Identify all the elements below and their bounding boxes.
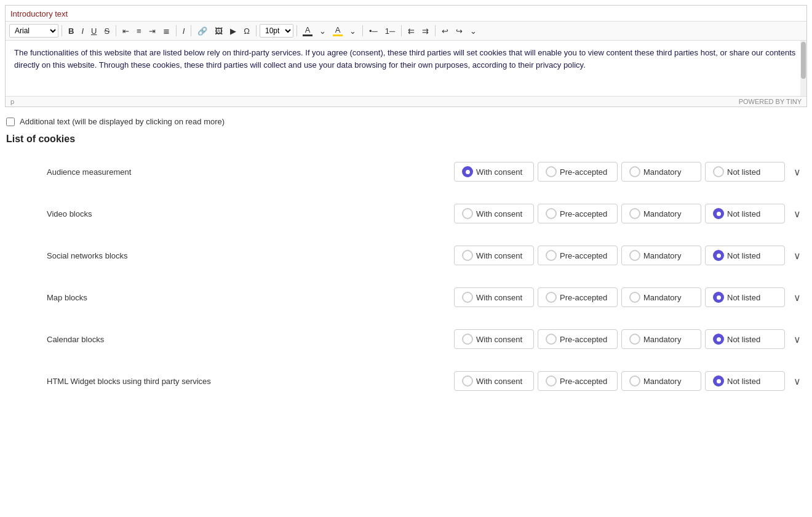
toolbar-sep-2 <box>116 25 116 36</box>
indent-button[interactable]: ⇉ <box>419 25 432 37</box>
radio-circle-calendar-blocks-pre_accepted <box>546 334 557 345</box>
numbered-list-button[interactable]: 1─ <box>382 25 398 37</box>
editor-content[interactable]: The functionalities of this website that… <box>6 41 806 96</box>
align-center-button[interactable]: ≡ <box>133 25 145 37</box>
radio-label-map-blocks-mandatory: Mandatory <box>643 293 681 302</box>
radio-label-calendar-blocks-not_listed: Not listed <box>727 335 760 344</box>
italic-button[interactable]: I <box>78 25 87 37</box>
font-color-button[interactable]: A <box>300 25 315 38</box>
font-family-select[interactable]: Arial <box>9 24 58 38</box>
cookie-option-audience-measurement-pre_accepted[interactable]: Pre-accepted <box>538 162 618 182</box>
cookie-option-calendar-blocks-with_consent[interactable]: With consent <box>454 329 534 349</box>
chevron-highlight-button[interactable]: ⌄ <box>346 25 359 37</box>
link-button[interactable]: 🔗 <box>194 25 210 37</box>
additional-text-checkbox[interactable] <box>6 118 15 126</box>
toolbar-sep-4 <box>191 25 191 36</box>
cookie-option-video-blocks-pre_accepted[interactable]: Pre-accepted <box>538 204 618 223</box>
radio-circle-map-blocks-with_consent <box>462 292 473 303</box>
italic2-button[interactable]: I <box>180 25 188 37</box>
cookie-name-html-widget-blocks: HTML Widget blocks using third party ser… <box>47 377 454 386</box>
radio-label-social-networks-blocks-with_consent: With consent <box>476 251 522 260</box>
expand-button-social-networks-blocks[interactable]: ∨ <box>789 247 806 264</box>
cookie-option-map-blocks-pre_accepted[interactable]: Pre-accepted <box>538 287 618 307</box>
radio-circle-html-widget-blocks-not_listed <box>713 375 724 387</box>
toolbar-sep-8 <box>401 25 402 36</box>
underline-button[interactable]: U <box>88 25 100 37</box>
image-button[interactable]: 🖼 <box>212 25 226 37</box>
highlight-button[interactable]: A <box>330 25 345 38</box>
cookie-option-video-blocks-mandatory[interactable]: Mandatory <box>621 204 701 223</box>
cookie-options-map-blocks: With consentPre-acceptedMandatoryNot lis… <box>454 287 785 307</box>
cookie-option-video-blocks-with_consent[interactable]: With consent <box>454 204 534 223</box>
radio-label-video-blocks-with_consent: With consent <box>476 209 522 218</box>
outdent-button[interactable]: ⇇ <box>405 25 418 37</box>
cookie-option-audience-measurement-not_listed[interactable]: Not listed <box>705 162 785 182</box>
more-button[interactable]: ⌄ <box>467 25 480 37</box>
expand-button-html-widget-blocks[interactable]: ∨ <box>789 373 806 390</box>
radio-circle-map-blocks-pre_accepted <box>546 292 557 303</box>
cookie-option-audience-measurement-with_consent[interactable]: With consent <box>454 162 534 182</box>
cookie-option-html-widget-blocks-not_listed[interactable]: Not listed <box>705 371 785 391</box>
cookie-option-social-networks-blocks-mandatory[interactable]: Mandatory <box>621 246 701 265</box>
cookie-option-html-widget-blocks-pre_accepted[interactable]: Pre-accepted <box>538 371 618 391</box>
omega-button[interactable]: Ω <box>241 25 253 37</box>
align-justify-button[interactable]: ≣ <box>160 25 173 37</box>
radio-label-html-widget-blocks-with_consent: With consent <box>476 377 522 386</box>
radio-label-map-blocks-not_listed: Not listed <box>727 293 760 302</box>
radio-label-audience-measurement-pre_accepted: Pre-accepted <box>560 167 607 177</box>
radio-circle-calendar-blocks-mandatory <box>629 334 640 345</box>
radio-label-audience-measurement-with_consent: With consent <box>476 167 522 177</box>
radio-circle-video-blocks-not_listed <box>713 208 724 219</box>
radio-label-audience-measurement-mandatory: Mandatory <box>643 167 681 177</box>
radio-circle-video-blocks-mandatory <box>629 208 640 219</box>
cookie-option-html-widget-blocks-mandatory[interactable]: Mandatory <box>621 371 701 391</box>
align-right-button[interactable]: ⇥ <box>146 25 159 37</box>
strikethrough-button[interactable]: S <box>101 25 113 37</box>
cookie-option-html-widget-blocks-with_consent[interactable]: With consent <box>454 371 534 391</box>
cookie-option-social-networks-blocks-with_consent[interactable]: With consent <box>454 246 534 265</box>
redo-button[interactable]: ↪ <box>453 25 466 37</box>
bold-button[interactable]: B <box>65 25 77 37</box>
toolbar-sep-7 <box>362 25 363 36</box>
radio-label-html-widget-blocks-mandatory: Mandatory <box>643 377 681 386</box>
cookie-option-social-networks-blocks-not_listed[interactable]: Not listed <box>705 246 785 265</box>
radio-label-html-widget-blocks-pre_accepted: Pre-accepted <box>560 377 607 386</box>
cookie-option-video-blocks-not_listed[interactable]: Not listed <box>705 204 785 223</box>
editor-scrollbar[interactable] <box>800 41 806 96</box>
cookie-option-social-networks-blocks-pre_accepted[interactable]: Pre-accepted <box>538 246 618 265</box>
radio-label-social-networks-blocks-not_listed: Not listed <box>727 251 760 260</box>
toolbar-sep-6 <box>297 25 297 36</box>
expand-button-calendar-blocks[interactable]: ∨ <box>789 331 806 348</box>
undo-button[interactable]: ↩ <box>439 25 452 37</box>
bullet-list-button[interactable]: •─ <box>366 25 381 37</box>
cookie-option-calendar-blocks-mandatory[interactable]: Mandatory <box>621 329 701 349</box>
toolbar-sep-1 <box>62 25 62 36</box>
radio-label-calendar-blocks-with_consent: With consent <box>476 335 522 344</box>
cookie-option-map-blocks-mandatory[interactable]: Mandatory <box>621 287 701 307</box>
radio-label-audience-measurement-not_listed: Not listed <box>727 167 760 177</box>
radio-label-calendar-blocks-pre_accepted: Pre-accepted <box>560 335 607 344</box>
radio-circle-map-blocks-not_listed <box>713 292 724 303</box>
chevron-color-button[interactable]: ⌄ <box>316 25 329 37</box>
radio-circle-audience-measurement-not_listed <box>713 166 724 177</box>
align-left-button[interactable]: ⇤ <box>119 25 132 37</box>
cookie-option-map-blocks-with_consent[interactable]: With consent <box>454 287 534 307</box>
cookie-option-map-blocks-not_listed[interactable]: Not listed <box>705 287 785 307</box>
radio-circle-social-networks-blocks-mandatory <box>629 250 640 261</box>
media-button[interactable]: ▶ <box>227 25 239 37</box>
radio-label-social-networks-blocks-pre_accepted: Pre-accepted <box>560 251 607 260</box>
cookie-name-social-networks-blocks: Social networks blocks <box>47 251 454 260</box>
radio-circle-html-widget-blocks-with_consent <box>462 375 473 387</box>
font-size-select[interactable]: 10pt <box>260 24 293 38</box>
cookie-option-audience-measurement-mandatory[interactable]: Mandatory <box>621 162 701 182</box>
expand-button-video-blocks[interactable]: ∨ <box>789 206 806 222</box>
editor-footer: p POWERED BY TINY <box>6 96 806 106</box>
additional-text-row: Additional text (will be displayed by cl… <box>0 112 812 131</box>
expand-button-audience-measurement[interactable]: ∨ <box>789 164 806 180</box>
radio-label-video-blocks-not_listed: Not listed <box>727 209 760 218</box>
radio-label-video-blocks-pre_accepted: Pre-accepted <box>560 209 607 218</box>
expand-button-map-blocks[interactable]: ∨ <box>789 289 806 306</box>
cookie-option-calendar-blocks-pre_accepted[interactable]: Pre-accepted <box>538 329 618 349</box>
list-of-cookies-title: List of cookies <box>0 131 812 151</box>
cookie-option-calendar-blocks-not_listed[interactable]: Not listed <box>705 329 785 349</box>
